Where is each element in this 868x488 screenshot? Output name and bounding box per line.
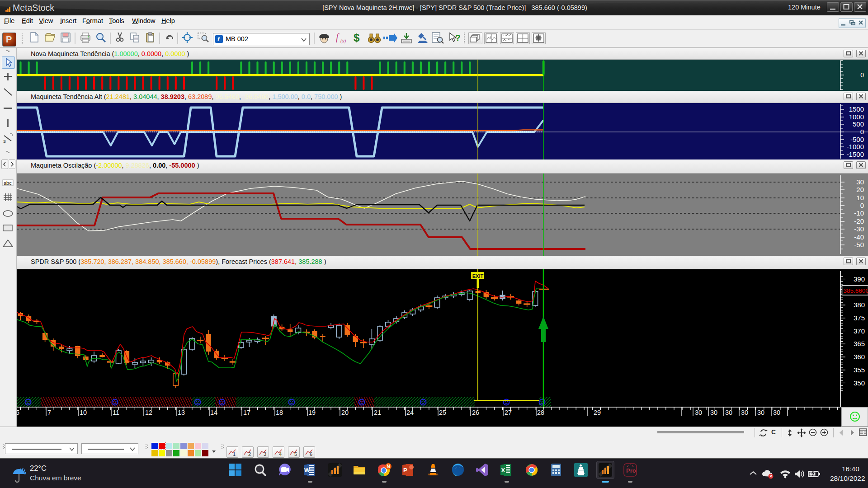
svg-text:0: 0: [860, 71, 864, 79]
svg-text:1000: 1000: [849, 113, 864, 121]
svg-text:380: 380: [854, 301, 865, 309]
svg-text:5: 5: [17, 409, 19, 416]
svg-text:Pro: Pro: [626, 467, 636, 474]
svg-text:10: 10: [856, 194, 864, 202]
svg-text:21: 21: [374, 409, 381, 416]
svg-text:?: ?: [455, 33, 461, 42]
svg-text:6: 6: [310, 451, 312, 457]
svg-text:(x): (x): [340, 38, 346, 44]
svg-text:365: 365: [854, 340, 865, 347]
svg-text:1500: 1500: [849, 105, 864, 113]
svg-text:360: 360: [854, 353, 865, 361]
svg-text:375: 375: [854, 314, 865, 322]
svg-text:X: X: [501, 467, 505, 474]
svg-text:4: 4: [279, 451, 282, 457]
svg-text:29: 29: [594, 409, 601, 416]
svg-text:-40: -40: [854, 233, 864, 241]
svg-text:S: S: [3, 139, 6, 144]
svg-text:30: 30: [856, 178, 864, 186]
svg-text:1: 1: [233, 451, 236, 457]
svg-text:27: 27: [505, 409, 512, 416]
svg-text:30: 30: [741, 409, 748, 416]
svg-text:10: 10: [80, 409, 87, 416]
svg-text:P: P: [403, 467, 407, 474]
svg-text:30: 30: [757, 409, 764, 416]
svg-text:24: 24: [406, 409, 414, 416]
svg-text:EXIT: EXIT: [472, 273, 484, 279]
svg-text:-1000: -1000: [847, 143, 864, 150]
svg-text:18: 18: [276, 409, 283, 416]
svg-text:385.6600: 385.6600: [844, 287, 868, 294]
svg-text:30: 30: [773, 409, 780, 416]
svg-text:20: 20: [856, 186, 864, 193]
svg-text:350: 350: [854, 379, 865, 387]
svg-text:0: 0: [860, 128, 864, 136]
svg-text:12: 12: [145, 409, 152, 416]
svg-text:-10: -10: [854, 209, 864, 217]
svg-text:-1500: -1500: [847, 150, 864, 158]
svg-text:14: 14: [210, 409, 217, 416]
svg-text:2: 2: [248, 451, 251, 457]
svg-text:26: 26: [472, 409, 479, 416]
svg-text:28: 28: [537, 409, 544, 416]
svg-text:7: 7: [47, 409, 51, 416]
svg-text:13: 13: [178, 409, 185, 416]
svg-text:11: 11: [113, 409, 119, 416]
svg-text:370: 370: [854, 327, 865, 335]
svg-text:f: f: [336, 32, 340, 42]
svg-text:30: 30: [710, 409, 717, 416]
svg-text:17: 17: [243, 409, 250, 416]
svg-text:390: 390: [854, 275, 865, 283]
svg-text:500: 500: [853, 120, 864, 128]
svg-text:30: 30: [725, 409, 732, 416]
svg-text:N: N: [387, 464, 390, 469]
svg-text:-50: -50: [854, 241, 864, 249]
svg-text:25: 25: [439, 409, 446, 416]
svg-text:30: 30: [695, 409, 702, 416]
svg-text:-20: -20: [854, 217, 864, 225]
svg-text:3: 3: [264, 451, 266, 457]
svg-text:19: 19: [308, 409, 316, 416]
svg-text:355: 355: [854, 366, 865, 374]
svg-text:abc: abc: [4, 180, 12, 186]
svg-text:-30: -30: [854, 225, 864, 233]
svg-text:$: $: [354, 32, 360, 44]
svg-text:0: 0: [860, 202, 864, 209]
svg-text:20: 20: [341, 409, 349, 416]
svg-text:-500: -500: [850, 136, 864, 143]
svg-text:5: 5: [294, 451, 297, 457]
svg-text:W: W: [304, 467, 310, 474]
